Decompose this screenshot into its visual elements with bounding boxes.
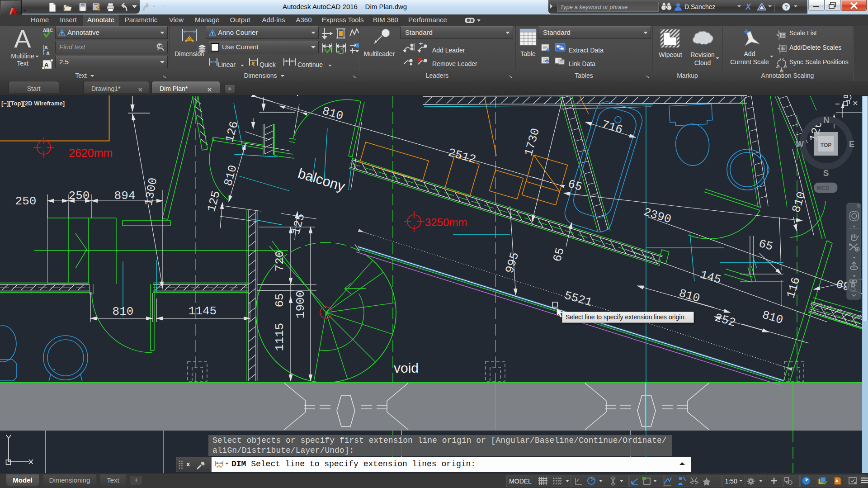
svg-text:TOP: TOP xyxy=(821,142,831,148)
svg-text:145: 145 xyxy=(698,268,722,287)
svg-text:65: 65 xyxy=(551,246,567,263)
svg-text:810: 810 xyxy=(113,305,134,318)
svg-text:2620mm: 2620mm xyxy=(69,147,113,159)
svg-text:716: 716 xyxy=(600,118,624,137)
svg-text:125: 125 xyxy=(205,190,223,213)
svg-text:2512: 2512 xyxy=(447,146,477,166)
svg-text:1145: 1145 xyxy=(189,304,217,318)
svg-text:894: 894 xyxy=(114,189,136,203)
svg-text:WCS: WCS xyxy=(816,185,829,191)
svg-text:3250mm: 3250mm xyxy=(425,216,467,228)
svg-text:250: 250 xyxy=(15,194,37,208)
svg-text:1900: 1900 xyxy=(294,290,307,318)
svg-text:810: 810 xyxy=(677,286,701,305)
svg-text:65: 65 xyxy=(757,237,774,254)
svg-text:65: 65 xyxy=(273,293,287,307)
svg-text:balcony: balcony xyxy=(296,165,347,194)
svg-text:1115: 1115 xyxy=(273,323,287,351)
svg-text:2390: 2390 xyxy=(642,205,673,227)
svg-text:void: void xyxy=(394,360,419,375)
svg-text:ABC: ABC xyxy=(43,28,53,33)
svg-text:720: 720 xyxy=(273,251,287,272)
svg-text:126: 126 xyxy=(223,120,241,144)
svg-text:N: N xyxy=(823,115,830,125)
svg-text:810: 810 xyxy=(321,104,344,123)
svg-text:S: S xyxy=(823,168,829,178)
svg-text:A: A xyxy=(44,62,49,68)
svg-text:810: 810 xyxy=(789,190,808,214)
svg-text:65: 65 xyxy=(566,177,584,194)
svg-text:995: 995 xyxy=(503,251,522,275)
svg-text:?: ? xyxy=(784,4,788,10)
svg-text:[−][Top][2D Wireframe]: [−][Top][2D Wireframe] xyxy=(1,100,65,107)
svg-text:E: E xyxy=(849,139,855,149)
svg-text:A: A xyxy=(44,45,48,50)
svg-text:1300: 1300 xyxy=(142,176,160,207)
svg-text:116: 116 xyxy=(784,275,803,300)
svg-text:W: W xyxy=(796,139,804,149)
svg-text:5521: 5521 xyxy=(563,289,594,309)
svg-text:404: 404 xyxy=(278,95,302,100)
svg-text:AB: AB xyxy=(158,45,162,48)
svg-text:252: 252 xyxy=(713,311,737,330)
svg-text:810: 810 xyxy=(760,308,784,327)
svg-text:125: 125 xyxy=(289,212,308,236)
svg-text:250: 250 xyxy=(69,189,90,203)
svg-text:A: A xyxy=(46,51,50,56)
svg-text:810: 810 xyxy=(222,164,240,188)
svg-text:1730: 1730 xyxy=(522,127,542,157)
